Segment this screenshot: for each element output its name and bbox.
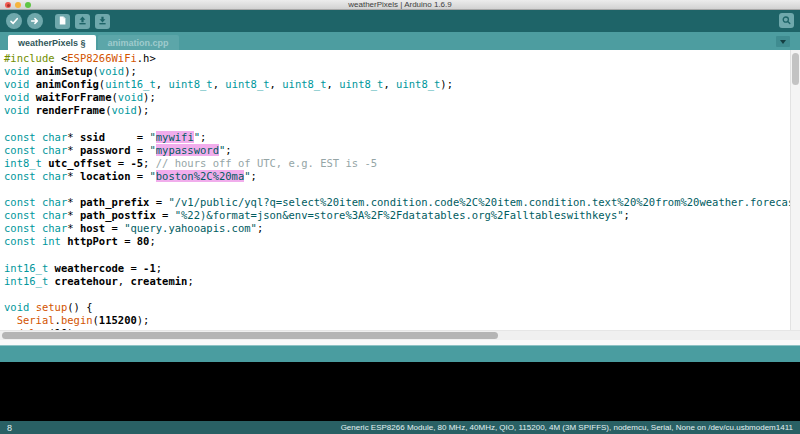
close-button[interactable] <box>5 2 11 8</box>
document-icon <box>57 12 68 30</box>
tab-bar: weatherPixels § animation.cpp <box>0 32 800 50</box>
code-line: Serial.begin(115200); <box>4 314 788 327</box>
code-line: const char* host = "query.yahooapis.com"… <box>4 222 788 235</box>
code-line: const char* path_prefix = "/v1/public/yq… <box>4 196 788 209</box>
code-line: const char* location = "boston%2C%20ma"; <box>4 170 788 183</box>
editor-pane: #include <ESP8266WiFi.h>void animSetup(v… <box>0 50 800 345</box>
toolbar <box>0 10 800 32</box>
vertical-scrollbar-thumb[interactable] <box>792 53 799 85</box>
code-line: int16_t weathercode = -1; <box>4 262 788 275</box>
console-output <box>0 362 800 421</box>
new-sketch-button[interactable] <box>55 14 70 29</box>
tab-weatherpixels[interactable]: weatherPixels § <box>8 35 96 50</box>
check-icon <box>9 12 19 30</box>
window-controls <box>5 2 31 8</box>
code-line <box>4 183 788 196</box>
horizontal-scrollbar-thumb[interactable] <box>2 332 498 339</box>
code-line: void renderFrame(void); <box>4 104 788 117</box>
arrow-down-icon <box>97 12 108 30</box>
magnifier-icon <box>781 12 792 30</box>
code-line: const char* ssid = "mywifi"; <box>4 131 788 144</box>
tab-menu-button[interactable] <box>776 36 790 47</box>
code-line: int8_t utc_offset = -5; // hours off of … <box>4 157 788 170</box>
code-editor[interactable]: #include <ESP8266WiFi.h>void animSetup(v… <box>0 50 800 330</box>
arrow-right-icon <box>30 12 40 30</box>
editor-bottom-strip <box>0 340 800 345</box>
cursor-line-number: 8 <box>7 423 12 433</box>
save-button[interactable] <box>95 14 110 29</box>
code-line: void animConfig(uint16_t, uint8_t, uint8… <box>4 78 788 91</box>
console-divider[interactable] <box>0 345 800 362</box>
serial-monitor-button[interactable] <box>779 13 794 28</box>
tab-animation-cpp[interactable]: animation.cpp <box>98 35 179 50</box>
minimize-button[interactable] <box>15 2 21 8</box>
upload-button[interactable] <box>27 13 43 29</box>
code-line <box>4 248 788 261</box>
code-line: const int httpPort = 80; <box>4 235 788 248</box>
board-port-info: Generic ESP8266 Module, 80 MHz, 40MHz, Q… <box>341 423 793 432</box>
code-line: const char* path_postfix = "%22)&format=… <box>4 209 788 222</box>
code-line <box>4 117 788 130</box>
status-bar: 8 Generic ESP8266 Module, 80 MHz, 40MHz,… <box>0 421 800 434</box>
code-line: void setup() { <box>4 301 788 314</box>
code-line: #include <ESP8266WiFi.h> <box>4 52 788 65</box>
code-line: const char* password = "mypassword"; <box>4 144 788 157</box>
code-line <box>4 288 788 301</box>
open-button[interactable] <box>75 14 90 29</box>
arduino-ide-window: weatherPixels | Arduino 1.6.9 <box>0 0 800 434</box>
code-line: void waitForFrame(void); <box>4 91 788 104</box>
window-title: weatherPixels | Arduino 1.6.9 <box>348 0 451 10</box>
horizontal-scrollbar[interactable] <box>0 330 800 340</box>
verify-button[interactable] <box>6 13 22 29</box>
code-lines: #include <ESP8266WiFi.h>void animSetup(v… <box>4 52 788 330</box>
arrow-up-icon <box>77 12 88 30</box>
code-line: int16_t createhour, createmin; <box>4 275 788 288</box>
vertical-scrollbar[interactable] <box>790 50 800 330</box>
code-line: void animSetup(void); <box>4 65 788 78</box>
zoom-button[interactable] <box>25 2 31 8</box>
titlebar: weatherPixels | Arduino 1.6.9 <box>0 0 800 10</box>
chevron-down-icon <box>780 40 786 44</box>
